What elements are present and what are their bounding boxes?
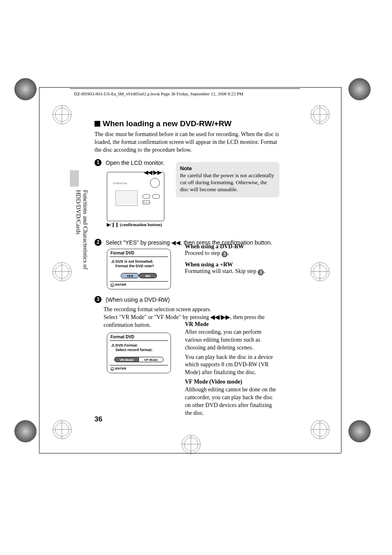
step-number-icon: 3 xyxy=(95,296,101,303)
lens-icon xyxy=(150,178,160,188)
registration-crosshair xyxy=(311,420,330,439)
confirmation-caption-text: (confirmation button) xyxy=(119,222,162,227)
frame-line xyxy=(39,87,341,88)
step3-para1: The recording format selection screen ap… xyxy=(104,306,284,314)
registration-crosshair xyxy=(53,105,71,124)
frame-line xyxy=(39,453,341,453)
vr-mode-title: VR Mode xyxy=(185,321,279,328)
period: . xyxy=(228,250,229,256)
dvd-rw-heading: When using a DVD-RW xyxy=(185,243,279,250)
registration-mark xyxy=(14,78,37,100)
intro-paragraph: The disc must be formatted before it can… xyxy=(95,131,284,154)
mode-descriptions: VR Mode After recording, you can perform… xyxy=(185,321,279,419)
vr-mode-p2: You can play back the disc in a device w… xyxy=(185,354,279,377)
warning-icon: ⚠ xyxy=(111,259,115,264)
confirmation-caption: ▶/❙❙ (confirmation button) xyxy=(107,222,296,227)
page-number: 36 xyxy=(95,415,102,423)
vr-mode-option: VR Mode xyxy=(114,357,139,362)
registration-crosshair xyxy=(53,262,71,281)
device-button-icon xyxy=(143,194,150,199)
step-1-label: Open the LCD monitor. xyxy=(106,160,164,166)
step-number-icon: 1 xyxy=(95,159,101,166)
dialog-line1: DVD is not formatted. xyxy=(115,259,153,264)
vf-mode-p: Although editing cannot be done on the c… xyxy=(185,386,279,417)
section-side-label: Functions and Characteristics of HDD/DVD… xyxy=(81,190,89,313)
heading-text: When loading a new DVD-RW/+RW xyxy=(103,119,231,128)
step-3-label: (When using a DVD-RW) xyxy=(106,296,170,303)
note-callout: Note Be careful that the power is not ac… xyxy=(176,162,279,197)
nav-arrows-icon: ◀◀/▶▶ xyxy=(210,314,230,320)
plus-rw-heading: When using a +RW xyxy=(185,261,279,268)
play-pause-icon: ▶/❙❙ xyxy=(107,222,119,227)
device-display-button: DISPLAY xyxy=(143,200,150,204)
vr-mode-p1: After recording, you can perform various… xyxy=(185,328,279,352)
section-heading: When loading a new DVD-RW/+RW xyxy=(95,119,284,128)
step-ref-icon: 3 xyxy=(221,251,228,257)
step3-p2a: Select "VR Mode" or "VF Mode" by pressin… xyxy=(104,314,210,320)
skip-text: Formatting will start. Skip step xyxy=(185,268,258,274)
dialog-line2: Select record format. xyxy=(115,348,152,352)
dialog-line2: Format the DVD now? xyxy=(115,264,154,268)
heading-bullet-icon xyxy=(95,121,100,127)
format-mode-dialog: Format DVD ⚠DVD Format. Select record fo… xyxy=(107,333,171,373)
device-brand-label: HYBRIDCAM xyxy=(113,182,127,185)
registration-crosshair xyxy=(53,420,71,439)
registration-mark xyxy=(348,420,371,442)
enter-label: ENTER xyxy=(115,367,126,370)
dialog-body: ⚠DVD Format. Select record format. xyxy=(107,343,171,355)
page-header: DZ-HS903-803-US-Ea_IM_v01d05n02.p.book P… xyxy=(74,91,243,96)
step-ref-icon: 3 xyxy=(258,269,264,275)
frame-line xyxy=(341,87,341,453)
dialog-buttons: YESNO xyxy=(107,271,171,279)
dialog-footer: ▸ ENTER xyxy=(110,365,168,373)
enter-label: ENTER xyxy=(115,283,126,287)
device-button-icon xyxy=(152,194,160,199)
no-button: NO xyxy=(139,273,157,278)
camcorder-illustration: HYBRIDCAM DISPLAY xyxy=(107,172,164,221)
frame-line xyxy=(39,87,39,453)
dialog-segmented: VR ModeVF Mode xyxy=(107,355,171,363)
period: . xyxy=(264,268,265,274)
step-number-icon: 2 xyxy=(95,239,101,246)
dialog-divider xyxy=(110,257,168,257)
registration-mark xyxy=(14,420,37,442)
section-tab xyxy=(70,170,79,187)
vf-mode-title: VF Mode (Video mode) xyxy=(185,378,279,386)
dialog-line1: DVD Format. xyxy=(115,343,138,347)
step-3: 3 (When using a DVD-RW) xyxy=(95,296,284,303)
dialog-title: Format DVD xyxy=(107,333,171,339)
enter-icon: ▸ xyxy=(111,367,114,371)
enter-icon: ▸ xyxy=(111,283,114,287)
registration-mark xyxy=(348,78,371,100)
dialog-body: ⚠DVD is not formatted. Format the DVD no… xyxy=(107,259,171,271)
dialog-footer: ▸ ENTER xyxy=(110,281,168,289)
header-rule xyxy=(70,88,300,89)
plus-rw-body: Formatting will start. Skip step 3. xyxy=(185,268,279,275)
dialog-title: Format DVD xyxy=(107,249,171,255)
format-dvd-dialog: Format DVD ⚠DVD is not formatted. Format… xyxy=(107,249,171,289)
registration-crosshair xyxy=(311,105,330,124)
step2-explanation: When using a DVD-RW Proceed to step 3. W… xyxy=(185,243,279,275)
lcd-screen-icon xyxy=(115,190,138,206)
warning-icon: ⚠ xyxy=(111,343,115,348)
registration-crosshair xyxy=(311,262,330,281)
note-title: Note xyxy=(180,165,275,171)
dvd-rw-body: Proceed to step 3. xyxy=(185,250,279,257)
proceed-text: Proceed to step xyxy=(185,250,221,256)
note-body: Be careful that the power is not acciden… xyxy=(180,172,275,193)
yes-button: YES xyxy=(121,273,139,278)
vf-mode-option: VF Mode xyxy=(139,357,164,362)
registration-crosshair xyxy=(182,435,201,454)
dialog-divider xyxy=(110,340,168,341)
